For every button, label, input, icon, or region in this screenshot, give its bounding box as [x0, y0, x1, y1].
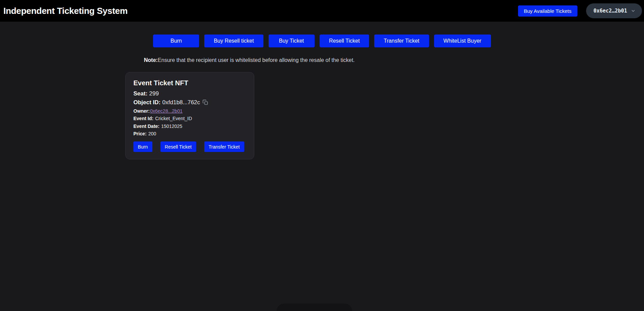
seat-label: Seat:: [133, 90, 148, 97]
chevron-down-icon: [630, 8, 636, 14]
action-nav: Burn Buy Resell ticket Buy Ticket Resell…: [0, 35, 644, 47]
nav-resell-ticket-button[interactable]: Resell Ticket: [320, 35, 369, 47]
nav-whitelist-buyer-button[interactable]: WhiteList Buyer: [434, 35, 491, 47]
object-id-field: Object ID:0xfd1b8...762c: [133, 99, 246, 106]
event-id-label: Event Id:: [133, 116, 153, 121]
event-date-field: Event Date:15012025: [133, 123, 246, 129]
owner-label: Owner:: [133, 108, 150, 114]
card-transfer-ticket-button[interactable]: Transfer Ticket: [204, 141, 244, 152]
app-header: Independent Ticketing System Buy Availab…: [0, 0, 644, 22]
ticket-card: Event Ticket NFT Seat:299 Object ID:0xfd…: [125, 72, 254, 159]
nav-transfer-ticket-button[interactable]: Transfer Ticket: [374, 35, 429, 47]
card-resell-ticket-button[interactable]: Resell Ticket: [160, 141, 196, 152]
ticket-card-title: Event Ticket NFT: [133, 79, 246, 87]
ticket-card-actions: Burn Resell Ticket Transfer Ticket: [133, 141, 246, 152]
owner-address-link[interactable]: 0x6ec28...2b01: [150, 108, 183, 114]
note-label: Note:: [144, 57, 158, 63]
wallet-address: 0x6ec2…2b01: [594, 8, 627, 14]
owner-field: Owner:0x6ec28...2b01: [133, 108, 246, 114]
copy-icon[interactable]: [202, 99, 208, 106]
price-label: Price:: [133, 131, 147, 136]
card-burn-button[interactable]: Burn: [133, 141, 152, 152]
page-title: Independent Ticketing System: [3, 6, 128, 16]
nav-buy-resell-ticket-button[interactable]: Buy Resell ticket: [204, 35, 263, 47]
event-date-label: Event Date:: [133, 124, 159, 129]
nav-burn-button[interactable]: Burn: [153, 35, 199, 47]
object-id-value: 0xfd1b8...762c: [162, 99, 200, 106]
wallet-account-button[interactable]: 0x6ec2…2b01: [586, 3, 642, 18]
note-text: Ensure that the recipient user is whitel…: [158, 57, 355, 63]
seat-field: Seat:299: [133, 90, 246, 97]
nav-buy-ticket-button[interactable]: Buy Ticket: [269, 35, 315, 47]
price-value: 200: [148, 131, 156, 136]
event-date-value: 15012025: [161, 124, 182, 129]
price-field: Price:200: [133, 131, 246, 137]
header-actions: Buy Available Tickets 0x6ec2…2b01: [518, 3, 642, 18]
bottom-sheet-sliver: [277, 304, 352, 311]
object-id-label: Object ID:: [133, 99, 160, 106]
event-id-field: Event Id:Cricket_Event_ID: [133, 115, 246, 121]
event-id-value: Cricket_Event_ID: [155, 116, 192, 121]
buy-available-tickets-button[interactable]: Buy Available Tickets: [518, 5, 577, 17]
seat-value: 299: [149, 90, 159, 97]
whitelist-note: Note:Ensure that the recipient user is w…: [144, 57, 644, 63]
